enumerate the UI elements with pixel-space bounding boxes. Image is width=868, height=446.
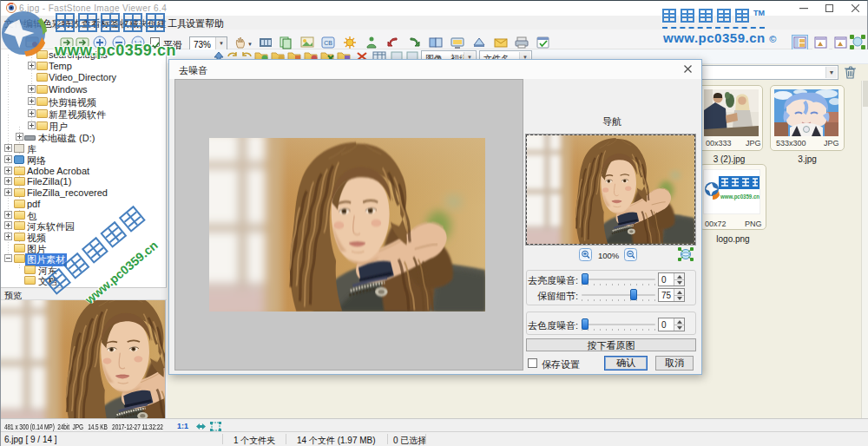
svg-text:1:1: 1:1	[134, 40, 142, 46]
svg-text:CB: CB	[324, 40, 332, 46]
